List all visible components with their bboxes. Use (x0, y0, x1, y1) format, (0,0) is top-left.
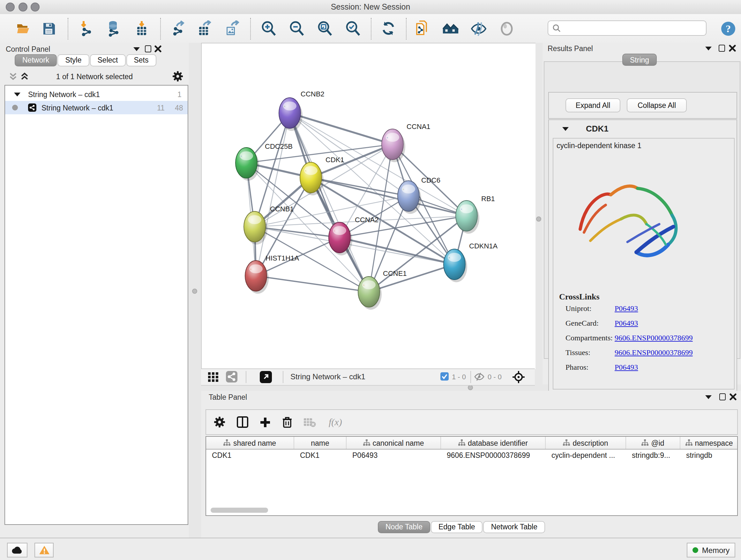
crosslink-pharos-link[interactable]: P06493 (615, 363, 638, 372)
table-options-gear-icon[interactable] (214, 416, 225, 428)
crosslink-genecard-link[interactable]: P06493 (615, 319, 638, 327)
results-panel-menu-icon[interactable] (705, 47, 712, 51)
zoom-in-icon[interactable] (260, 20, 277, 37)
network-node-rb1[interactable] (456, 200, 479, 234)
tab-network-table[interactable]: Network Table (483, 521, 545, 533)
control-panel-menu-icon[interactable] (133, 47, 140, 51)
delete-column-icon[interactable] (282, 416, 292, 428)
tab-style[interactable]: Style (57, 54, 89, 66)
open-session-icon[interactable] (15, 20, 32, 37)
hide-selected-eye-icon[interactable] (470, 20, 487, 37)
hierarchy-icon (563, 439, 570, 446)
network-badge-icon[interactable] (226, 371, 238, 382)
zoom-fit-icon[interactable] (317, 20, 333, 37)
left-splitter-handle[interactable] (192, 289, 197, 294)
collection-label: String Network – cdk1 (28, 90, 100, 98)
hierarchy-icon (642, 439, 649, 446)
control-panel-float-icon[interactable] (145, 45, 151, 52)
network-node-ccnb2[interactable] (279, 98, 302, 131)
show-hidden-eye-icon[interactable] (498, 20, 515, 37)
network-node-cdc6[interactable] (398, 181, 421, 214)
collection-expand-icon[interactable] (14, 92, 20, 96)
control-panel-close-icon[interactable] (154, 45, 161, 52)
cdk1-collapse-icon[interactable] (562, 127, 569, 131)
grid-view-icon[interactable] (208, 372, 218, 382)
collapse-all-button[interactable]: Collapse All (627, 98, 687, 112)
results-panel-float-icon[interactable] (719, 45, 725, 52)
table-row[interactable]: CDK1CDK1P064939606.ENSP00000378699cyclin… (206, 449, 737, 460)
collection-count: 1 (178, 90, 182, 98)
table-horizontal-scrollbar[interactable] (211, 508, 268, 513)
column-header-namespace[interactable]: namespace (680, 437, 738, 449)
table-cell: stringdb:9... (626, 449, 680, 460)
network-node-hist1h1a[interactable] (245, 260, 269, 294)
export-image-icon[interactable] (223, 20, 240, 37)
column-header-@id[interactable]: @id (626, 437, 680, 449)
memory-button[interactable]: Memory (687, 543, 735, 557)
node-label-cdkn1a: CDKN1A (469, 242, 498, 250)
tab-edge-table[interactable]: Edge Table (431, 521, 483, 533)
network-canvas[interactable]: CCNB2CCNA1CDC25BCDK1CDC6RB1CCNB1CCNA2CDK… (201, 43, 536, 369)
warnings-button[interactable] (35, 543, 54, 557)
network-node-ccne1[interactable] (358, 276, 382, 310)
column-header-description[interactable]: description (546, 437, 626, 449)
tab-select[interactable]: Select (90, 54, 126, 66)
zoom-out-icon[interactable] (288, 20, 305, 37)
import-network-database-icon[interactable] (105, 20, 122, 37)
open-in-window-icon[interactable] (260, 371, 272, 383)
tab-sets[interactable]: Sets (126, 54, 156, 66)
add-column-icon[interactable] (260, 417, 271, 428)
delete-table-icon[interactable] (304, 417, 316, 427)
tab-network[interactable]: Network (15, 54, 57, 66)
refresh-icon[interactable] (381, 20, 397, 37)
network-from-selection-icon[interactable] (415, 20, 431, 37)
crosslink-compartments-link[interactable]: 9606.ENSP00000378699 (615, 333, 693, 342)
column-header-canonical-name[interactable]: canonical name (347, 437, 441, 449)
hierarchy-icon (363, 439, 370, 446)
results-panel-close-icon[interactable] (729, 45, 736, 52)
table-panel-close-icon[interactable] (730, 393, 737, 400)
results-panel-title: Results Panel (548, 45, 593, 52)
import-network-file-icon[interactable] (78, 20, 95, 37)
node-label-ccnb1: CCNB1 (270, 205, 294, 213)
export-table-icon[interactable] (196, 20, 212, 37)
crosslink-uniprot-link[interactable]: P06493 (615, 304, 638, 313)
network-node-cdkn1a[interactable] (444, 249, 467, 282)
save-session-icon[interactable] (41, 20, 57, 37)
table-cell: P06493 (347, 449, 441, 460)
right-splitter-handle[interactable] (536, 216, 541, 222)
export-network-icon[interactable] (171, 20, 187, 37)
expand-all-button[interactable]: Expand All (565, 98, 620, 112)
right-splitter[interactable] (535, 43, 542, 384)
table-panel-title: Table Panel (209, 393, 247, 401)
string-network-graph[interactable]: CCNB2CCNA1CDC25BCDK1CDC6RB1CCNB1CCNA2CDK… (202, 44, 536, 369)
search-input[interactable] (561, 23, 691, 33)
fit-selected-crosshair-icon[interactable] (512, 370, 525, 384)
network-node-ccna2[interactable] (329, 222, 352, 255)
show-columns-icon[interactable] (237, 416, 248, 428)
results-panel: Results Panel String Expand All Collapse… (542, 43, 741, 384)
help-icon[interactable]: ? (720, 20, 737, 37)
crosslink-tissues-link[interactable]: 9606.ENSP00000378699 (615, 348, 693, 357)
table-panel-float-icon[interactable] (719, 393, 726, 400)
import-table-file-icon[interactable] (133, 20, 150, 37)
network-node-ccnb1[interactable] (244, 211, 267, 245)
bottom-splitter-handle[interactable] (468, 385, 473, 390)
zoom-selected-icon[interactable] (345, 20, 361, 37)
column-header-database-identifier[interactable]: database identifier (441, 437, 546, 449)
selected-checkbox-icon[interactable] (441, 372, 449, 381)
column-header-shared-name[interactable]: shared name (206, 437, 294, 449)
left-splitter[interactable] (189, 43, 201, 538)
home-icon[interactable] (442, 20, 459, 37)
tab-string[interactable]: String (622, 54, 657, 66)
column-header-name[interactable]: name (294, 437, 347, 449)
cloud-status-button[interactable] (7, 543, 27, 557)
function-builder-icon[interactable]: f(x) (329, 417, 342, 428)
table-panel-menu-icon[interactable] (705, 395, 712, 399)
table-cell: CDK1 (206, 449, 294, 460)
tab-node-table[interactable]: Node Table (378, 521, 430, 533)
network-collection-row[interactable]: String Network – cdk1 1 (5, 87, 188, 101)
node-label-ccna2: CCNA2 (355, 216, 379, 224)
network-row-selected[interactable]: String Network – cdk1 11 48 (5, 101, 188, 114)
network-options-gear-icon[interactable] (172, 71, 183, 82)
